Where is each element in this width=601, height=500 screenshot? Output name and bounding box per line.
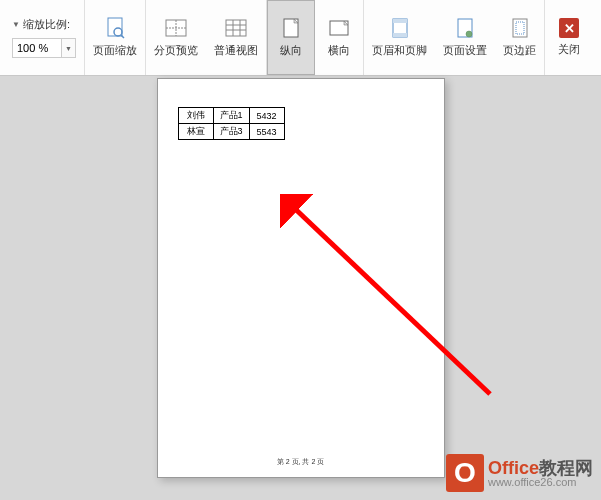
svg-line-2 [121, 35, 124, 38]
zoom-label-row: ▼ 缩放比例: [12, 17, 70, 32]
svg-point-17 [466, 31, 472, 37]
watermark-url: www.office26.com [488, 477, 593, 488]
header-footer-icon [389, 17, 411, 39]
portrait-button[interactable]: 纵向 [267, 0, 315, 75]
watermark-title: Office教程网 [488, 459, 593, 477]
watermark-logo-icon: O [446, 454, 484, 492]
page-zoom-button[interactable]: 页面缩放 [85, 0, 145, 75]
zoom-value-input[interactable]: 100 % [12, 38, 62, 58]
watermark: O Office教程网 www.office26.com [446, 454, 593, 492]
normal-view-icon [225, 17, 247, 39]
document-table: 刘伟 产品1 5432 林宣 产品3 5543 [178, 107, 285, 140]
zoom-control: 100 % ▼ [12, 38, 76, 58]
zoom-group: ▼ 缩放比例: 100 % ▼ [4, 0, 85, 75]
page-zoom-label: 页面缩放 [93, 43, 137, 58]
workspace-area: 刘伟 产品1 5432 林宣 产品3 5543 第 2 页, 共 2 页 [0, 76, 601, 500]
close-icon: ✕ [559, 18, 579, 38]
margins-button[interactable]: 页边距 [495, 0, 544, 75]
svg-rect-6 [226, 20, 246, 36]
caret-down-icon: ▼ [12, 20, 20, 29]
header-footer-button[interactable]: 页眉和页脚 [364, 0, 435, 75]
margins-icon [509, 17, 531, 39]
page-setup-icon [454, 17, 476, 39]
svg-rect-15 [393, 33, 407, 37]
close-button[interactable]: ✕ 关闭 [545, 0, 593, 75]
landscape-icon [328, 17, 350, 39]
svg-rect-14 [393, 19, 407, 23]
landscape-button[interactable]: 横向 [315, 0, 363, 75]
page-break-preview-icon [165, 17, 187, 39]
zoom-ratio-label: 缩放比例: [23, 17, 70, 32]
page-zoom-icon [104, 17, 126, 39]
table-row: 刘伟 产品1 5432 [178, 108, 284, 124]
ribbon-toolbar: ▼ 缩放比例: 100 % ▼ 页面缩放 分页预览 普通视图 [0, 0, 601, 76]
table-row: 林宣 产品3 5543 [178, 124, 284, 140]
document-page: 刘伟 产品1 5432 林宣 产品3 5543 第 2 页, 共 2 页 [157, 78, 445, 478]
page-setup-button[interactable]: 页面设置 [435, 0, 495, 75]
page-footer-text: 第 2 页, 共 2 页 [158, 457, 444, 467]
portrait-icon [280, 17, 302, 39]
page-break-preview-button[interactable]: 分页预览 [146, 0, 206, 75]
normal-view-button[interactable]: 普通视图 [206, 0, 266, 75]
zoom-dropdown-button[interactable]: ▼ [62, 38, 76, 58]
